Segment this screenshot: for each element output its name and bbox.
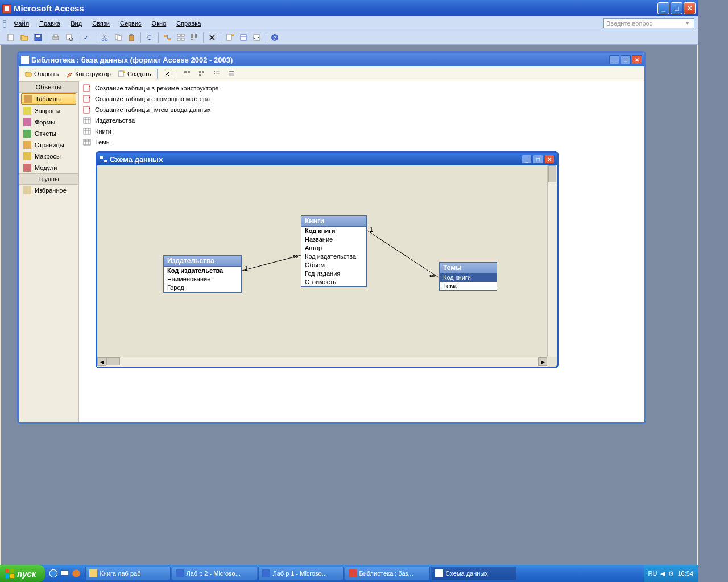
list-item-create-wizard[interactable]: Создание таблицы с помощью мастера [80, 93, 643, 104]
db-details-button[interactable] [225, 68, 238, 80]
table-box-books[interactable]: Книги Код книги Название Автор Код издат… [301, 215, 367, 287]
task-button[interactable]: Лаб р 1 - Microso... [258, 567, 344, 580]
new-icon[interactable] [5, 31, 17, 44]
sidebar-item-favorites[interactable]: Избранное [19, 185, 78, 196]
print-icon[interactable] [49, 31, 62, 44]
list-item-table-publishers[interactable]: Издательства [80, 115, 643, 126]
code-icon[interactable] [251, 31, 263, 44]
db-delete-button[interactable] [161, 68, 173, 80]
save-icon[interactable] [32, 31, 44, 44]
scroll-right-icon[interactable]: ▶ [538, 357, 547, 366]
rel-maximize-button[interactable]: □ [533, 155, 543, 164]
help-dropdown-icon[interactable]: ▾ [684, 19, 692, 27]
undo-icon[interactable] [143, 31, 156, 44]
system-tray[interactable]: RU ◀ ⚙ 16:54 [644, 565, 698, 582]
table-field[interactable]: Год издания [301, 269, 366, 278]
new-object-icon[interactable]: ★ [224, 31, 236, 44]
list-item-table-books[interactable]: Книги [80, 126, 643, 136]
table-field[interactable]: Код книги [440, 273, 497, 282]
sidebar-item-reports[interactable]: Отчеты [19, 128, 78, 139]
close-button[interactable]: ✕ [684, 2, 696, 14]
scroll-left-icon[interactable]: ◀ [97, 357, 106, 366]
db-minimize-button[interactable]: _ [609, 55, 619, 64]
show-all-icon[interactable] [188, 31, 201, 44]
table-field[interactable]: Наименование [164, 275, 241, 284]
db-large-icons-button[interactable] [181, 68, 193, 80]
table-header[interactable]: Темы [440, 263, 497, 273]
menu-relations[interactable]: Связи [88, 19, 114, 28]
menu-help[interactable]: Справка [172, 19, 205, 28]
menu-file[interactable]: Файл [9, 19, 34, 28]
table-field[interactable]: Стоимость [301, 278, 366, 286]
task-button[interactable]: Книга лаб раб [85, 567, 171, 580]
help-search-box[interactable]: Введите вопрос ▾ [603, 18, 694, 28]
menubar-grip[interactable] [3, 19, 6, 28]
relationships-window[interactable]: Схема данных _ □ ✕ Издательства Код изда… [96, 151, 559, 368]
sidebar-item-forms[interactable]: Формы [19, 117, 78, 128]
table-field[interactable]: Код книги [301, 227, 366, 235]
cut-icon[interactable] [98, 31, 111, 44]
rel-titlebar[interactable]: Схема данных _ □ ✕ [97, 153, 557, 165]
db-create-button[interactable]: ★Создать [115, 68, 154, 80]
sidebar-item-pages[interactable]: Страницы [19, 139, 78, 151]
db-titlebar[interactable]: Библиотека : база данных (формат Access … [19, 53, 644, 66]
sidebar-item-macros[interactable]: Макросы [19, 151, 78, 162]
db-open-button[interactable]: Открыть [22, 68, 61, 80]
table-field[interactable]: Объем [301, 261, 366, 269]
open-icon[interactable] [18, 31, 31, 44]
rel-scrollbar-horizontal[interactable]: ◀ ▶ [97, 357, 547, 367]
list-item-create-entry[interactable]: Создание таблицы путем ввода данных [80, 104, 643, 115]
player-icon[interactable] [71, 567, 81, 580]
language-indicator[interactable]: RU [648, 570, 657, 577]
preview-icon[interactable] [63, 31, 76, 44]
clock[interactable]: 16:54 [677, 570, 693, 577]
table-header[interactable]: Книги [301, 216, 366, 227]
maximize-button[interactable]: □ [671, 2, 682, 14]
list-item-create-design[interactable]: Создание таблицы в режиме конструктора [80, 82, 643, 93]
help-icon[interactable]: ? [268, 31, 281, 44]
minimize-button[interactable]: _ [657, 2, 669, 14]
table-header[interactable]: Издательства [164, 256, 241, 267]
db-design-button[interactable]: Конструктор [63, 68, 113, 80]
start-button[interactable]: пуск [0, 565, 45, 582]
spelling-icon[interactable]: ✓ [81, 31, 93, 44]
db-small-icons-button[interactable] [196, 68, 208, 80]
menu-view[interactable]: Вид [66, 19, 86, 28]
menu-edit[interactable]: Правка [35, 19, 65, 28]
rel-minimize-button[interactable]: _ [522, 155, 532, 164]
desktop-icon[interactable] [60, 567, 70, 580]
rel-close-button[interactable]: ✕ [544, 155, 555, 164]
sidebar-groups-header[interactable]: Группы [19, 173, 78, 185]
table-field[interactable]: Город [164, 284, 241, 292]
delete-icon[interactable] [206, 31, 218, 44]
task-button-active[interactable]: Схема данных [431, 567, 516, 580]
rel-canvas[interactable]: Издательства Код издательства Наименован… [97, 165, 547, 357]
paste-icon[interactable] [126, 31, 138, 44]
relationships-icon[interactable] [161, 31, 173, 44]
properties-icon[interactable] [237, 31, 250, 44]
table-field[interactable]: Название [301, 235, 366, 244]
scrollbar-thumb[interactable] [548, 165, 556, 182]
sidebar-item-modules[interactable]: Модули [19, 162, 78, 173]
db-close-button[interactable]: ✕ [632, 55, 642, 64]
table-field[interactable]: Автор [301, 244, 366, 252]
db-maximize-button[interactable]: □ [621, 55, 631, 64]
table-field[interactable]: Тема [440, 282, 497, 290]
table-box-themes[interactable]: Темы Код книги Тема [439, 262, 497, 291]
table-field[interactable]: Код издательства [164, 267, 241, 275]
task-button[interactable]: Библиотека : баз... [345, 567, 430, 580]
app-titlebar[interactable]: Microsoft Access _ □ ✕ [0, 0, 698, 16]
menu-window[interactable]: Окно [147, 19, 171, 28]
copy-icon[interactable] [112, 31, 125, 44]
db-list-button[interactable] [210, 68, 223, 80]
list-item-table-themes[interactable]: Темы [80, 136, 643, 147]
ie-icon[interactable] [48, 567, 59, 580]
sidebar-item-queries[interactable]: Запросы [19, 105, 78, 117]
table-field[interactable]: Код издательства [301, 252, 366, 261]
menu-service[interactable]: Сервис [115, 19, 146, 28]
tray-icon[interactable]: ⚙ [668, 570, 674, 577]
sidebar-item-tables[interactable]: Таблицы [21, 93, 76, 105]
tray-icon[interactable]: ◀ [660, 570, 665, 577]
rel-scrollbar-vertical[interactable] [547, 165, 557, 357]
sidebar-objects-header[interactable]: Объекты [19, 81, 78, 93]
